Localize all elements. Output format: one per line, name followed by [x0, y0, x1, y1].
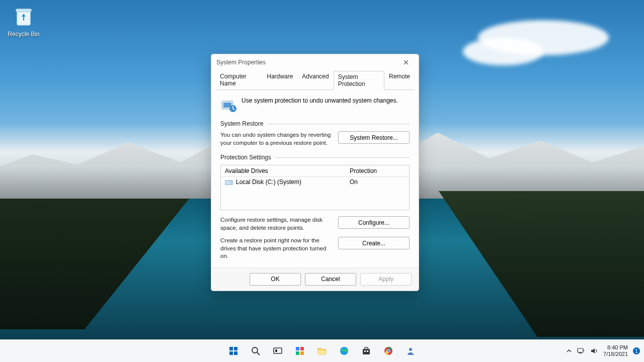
create-description: Create a restore point right now for the… [220, 237, 331, 260]
drive-row[interactable]: Local Disk (C:) (System) On [221, 177, 409, 187]
recycle-bin[interactable]: Recycle Bin [5, 5, 42, 38]
svg-point-27 [387, 350, 390, 352]
drive-status: On [346, 177, 409, 187]
drive-icon [225, 179, 233, 185]
task-view-icon [273, 346, 283, 356]
svg-rect-15 [296, 347, 299, 350]
dialog-button-row: OK Cancel Apply [211, 267, 419, 291]
create-button[interactable]: Create... [338, 237, 410, 249]
taskbar-clock[interactable]: 8:40 PM 7/18/2021 [603, 344, 628, 357]
apply-button[interactable]: Apply [360, 273, 412, 286]
chrome-button[interactable] [379, 341, 398, 360]
recycle-bin-icon [12, 5, 35, 28]
search-button[interactable] [246, 341, 265, 360]
tab-advanced[interactable]: Advanced [297, 70, 333, 89]
system-protection-icon [220, 97, 236, 113]
svg-rect-30 [579, 352, 582, 353]
svg-point-28 [409, 348, 412, 351]
volume-icon[interactable] [590, 347, 598, 354]
chrome-icon [383, 346, 393, 356]
system-tray: 8:40 PM 7/18/2021 1 [566, 344, 640, 357]
app-button[interactable] [401, 341, 420, 360]
svg-rect-16 [300, 347, 304, 350]
svg-rect-13 [274, 348, 282, 353]
taskbar: 8:40 PM 7/18/2021 1 [0, 339, 644, 362]
file-explorer-button[interactable] [312, 341, 332, 360]
svg-rect-9 [229, 351, 233, 355]
svg-rect-23 [364, 350, 366, 352]
col-protection[interactable]: Protection [346, 165, 409, 176]
divider [275, 157, 410, 158]
svg-rect-1 [16, 9, 32, 12]
svg-point-6 [231, 182, 232, 183]
edge-button[interactable] [335, 341, 354, 360]
edge-icon [339, 346, 349, 356]
widgets-icon [295, 346, 305, 356]
svg-line-12 [257, 352, 260, 355]
svg-rect-8 [234, 347, 237, 350]
desktop: Recycle Bin System Properties Computer N… [0, 0, 644, 362]
dialog-content: Use system protection to undo unwanted s… [211, 90, 419, 267]
svg-rect-10 [234, 351, 237, 355]
svg-rect-7 [229, 347, 233, 350]
drive-name: Local Disk (C:) (System) [236, 178, 301, 186]
dialog-title: System Properties [216, 59, 266, 66]
search-icon [251, 346, 261, 356]
network-icon[interactable] [577, 347, 585, 354]
folder-icon [317, 346, 327, 356]
store-icon [361, 346, 371, 356]
close-button[interactable] [397, 57, 415, 67]
drive-table-header: Available Drives Protection [221, 165, 409, 177]
start-button[interactable] [224, 341, 243, 360]
svg-rect-24 [367, 350, 368, 352]
col-available-drives[interactable]: Available Drives [221, 165, 346, 176]
restore-description: You can undo system changes by reverting… [220, 131, 331, 147]
cloud-decor [463, 38, 543, 65]
tab-computer-name[interactable]: Computer Name [215, 70, 262, 89]
tab-hardware[interactable]: Hardware [262, 70, 297, 89]
clock-date: 7/18/2021 [603, 351, 628, 357]
chevron-up-icon[interactable] [566, 348, 572, 354]
svg-point-11 [252, 347, 258, 353]
recycle-bin-label: Recycle Bin [5, 31, 42, 38]
svg-rect-19 [318, 350, 326, 354]
notification-badge[interactable]: 1 [633, 347, 640, 354]
windows-icon [228, 346, 238, 356]
clock-time: 8:40 PM [603, 344, 628, 351]
taskbar-center [224, 341, 420, 360]
widgets-button[interactable] [290, 341, 309, 360]
task-view-button[interactable] [268, 341, 287, 360]
group-system-restore-title: System Restore [220, 120, 263, 127]
ok-button[interactable]: OK [250, 273, 301, 286]
titlebar[interactable]: System Properties [211, 54, 419, 69]
svg-rect-14 [275, 349, 277, 352]
system-restore-button[interactable]: System Restore... [338, 131, 410, 144]
svg-rect-22 [365, 347, 368, 349]
divider [267, 124, 410, 124]
tab-remote[interactable]: Remote [384, 70, 415, 89]
tab-system-protection[interactable]: System Protection [334, 71, 384, 90]
system-properties-dialog: System Properties Computer Name Hardware… [211, 54, 419, 291]
store-button[interactable] [357, 341, 376, 360]
drive-table[interactable]: Available Drives Protection Local Disk (… [220, 165, 410, 210]
cancel-button[interactable]: Cancel [305, 273, 356, 286]
person-icon [406, 346, 416, 356]
svg-rect-18 [300, 351, 304, 355]
close-icon [404, 60, 409, 65]
svg-rect-17 [296, 351, 299, 355]
intro-text: Use system protection to undo unwanted s… [242, 97, 398, 104]
svg-rect-29 [578, 348, 583, 352]
group-protection-settings-title: Protection Settings [220, 154, 271, 161]
configure-button[interactable]: Configure... [338, 216, 410, 229]
configure-description: Configure restore settings, manage disk … [220, 216, 331, 232]
tab-strip: Computer Name Hardware Advanced System P… [211, 69, 419, 89]
